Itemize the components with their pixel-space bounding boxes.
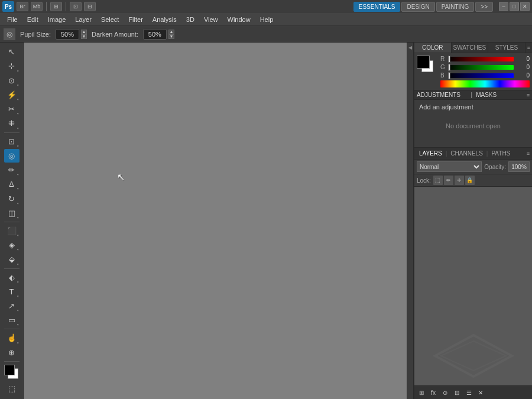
- darken-amount-up[interactable]: ▲: [168, 30, 174, 34]
- tab-layers[interactable]: LAYERS: [417, 149, 445, 158]
- main-layout: ↖ ⊹ ▾ ⊙ ▾ ⚡ ▾ ✂ ▾ ⁜ ▾ ⊡ ▾ ◎ ✏: [0, 43, 532, 399]
- zoom-tool[interactable]: ⊕: [4, 346, 20, 359]
- pupil-size-up[interactable]: ▲: [81, 30, 87, 34]
- menu-file[interactable]: File: [2, 15, 22, 24]
- toolbar-bottom: ⬚: [4, 381, 20, 397]
- selection-tool[interactable]: ⊹ ▾: [4, 59, 20, 73]
- opacity-input[interactable]: [508, 161, 530, 172]
- clone-tool[interactable]: ∆ ▾: [4, 177, 20, 191]
- brush-icon: ✏: [8, 166, 15, 174]
- add-adjustment-title: Add an adjustment: [419, 103, 527, 111]
- darken-amount-down[interactable]: ▼: [168, 34, 174, 39]
- color-panel-menu-btn[interactable]: ≡: [527, 45, 530, 51]
- red-slider[interactable]: [448, 57, 514, 61]
- move-tool[interactable]: ↖: [4, 45, 20, 59]
- healing-tool[interactable]: ⊡ ▾: [4, 134, 20, 148]
- fg-bg-colors: [4, 365, 20, 378]
- menu-view[interactable]: View: [199, 15, 223, 24]
- green-slider[interactable]: [448, 65, 514, 70]
- brush-tool[interactable]: ✏ ▾: [4, 163, 20, 177]
- lasso-icon: ⊙: [8, 76, 15, 85]
- layers-content: [414, 187, 532, 385]
- menu-image[interactable]: Image: [43, 15, 71, 24]
- mini-bridge-button[interactable]: Mb: [31, 2, 43, 11]
- foreground-color-toolbar[interactable]: [4, 365, 15, 375]
- tab-swatches[interactable]: SWATCHES: [452, 43, 489, 53]
- tab-color[interactable]: COLOR: [414, 43, 452, 53]
- workspace-tab-more[interactable]: >>: [475, 2, 493, 12]
- menu-analysis[interactable]: Analysis: [148, 15, 181, 24]
- menu-layer[interactable]: Layer: [70, 15, 96, 24]
- tab-channels[interactable]: CHANNELS: [448, 149, 485, 158]
- title-separator: [46, 2, 47, 11]
- redeye-tool[interactable]: ◎: [4, 149, 20, 163]
- layer-group-btn[interactable]: ☰: [464, 388, 473, 397]
- view-button[interactable]: ⊡: [70, 2, 82, 11]
- menu-edit[interactable]: Edit: [22, 15, 43, 24]
- workspace-tab-essentials[interactable]: ESSENTIALS: [353, 2, 401, 12]
- masks-tab[interactable]: MASKS: [476, 92, 527, 98]
- workspace-tab-design[interactable]: DESIGN: [401, 2, 434, 12]
- close-button[interactable]: ✕: [520, 2, 530, 11]
- quick-mask-toggle[interactable]: ⬚: [4, 381, 20, 397]
- canvas-area[interactable]: ↖: [24, 43, 407, 399]
- foreground-color-swatch[interactable]: [417, 56, 430, 69]
- layers-watermark: [414, 332, 532, 379]
- adjustments-tab[interactable]: ADJUSTMENTS: [417, 92, 468, 98]
- eyedropper-tool[interactable]: ⁜ ▾: [4, 116, 20, 130]
- type-tool[interactable]: T ▾: [4, 285, 20, 299]
- gradient-tool[interactable]: ⬛ ▾: [4, 224, 20, 238]
- pupil-size-stepper[interactable]: ▲ ▼: [81, 30, 87, 39]
- eraser-tool[interactable]: ◫ ▾: [4, 206, 20, 220]
- delete-layer-btn[interactable]: ✕: [476, 388, 485, 397]
- minimize-button[interactable]: –: [499, 2, 508, 11]
- menu-window[interactable]: Window: [223, 15, 255, 24]
- tool-arrow: ▾: [17, 262, 19, 266]
- darken-amount-input[interactable]: [143, 29, 167, 40]
- layers-menu-btn[interactable]: ≡: [527, 151, 530, 157]
- arrange-button[interactable]: ⊟: [84, 2, 96, 11]
- options-bar: ◎ Pupil Size: ▲ ▼ Darken Amount: ▲ ▼: [0, 26, 532, 43]
- menu-help[interactable]: Help: [255, 15, 278, 24]
- tab-styles[interactable]: STYLES: [488, 43, 525, 53]
- panel-collapse-bar[interactable]: ◀: [407, 43, 414, 399]
- layout-button[interactable]: ⊞: [50, 2, 62, 11]
- layer-mask-btn[interactable]: ⊙: [440, 388, 450, 397]
- pupil-size-input[interactable]: [56, 29, 79, 40]
- shape-tool[interactable]: ▭ ▾: [4, 313, 20, 327]
- layer-style-btn[interactable]: fx: [429, 388, 438, 397]
- lock-image-btn[interactable]: ✏: [444, 176, 453, 185]
- lock-label: Lock:: [417, 177, 431, 184]
- blend-mode-select[interactable]: Normal Dissolve Multiply Screen Overlay: [417, 161, 482, 172]
- menu-3d[interactable]: 3D: [181, 15, 199, 24]
- blue-slider[interactable]: [448, 73, 514, 78]
- link-layers-btn[interactable]: ⊞: [417, 388, 426, 397]
- adjustment-layer-btn[interactable]: ⊟: [452, 388, 462, 397]
- color-spectrum[interactable]: [440, 80, 530, 87]
- tool-arrow: ▾: [17, 83, 19, 87]
- darken-amount-stepper[interactable]: ▲ ▼: [168, 30, 174, 39]
- blur-tool[interactable]: ◈ ▾: [4, 238, 20, 252]
- history-brush-tool[interactable]: ↻ ▾: [4, 192, 20, 205]
- tab-paths[interactable]: PATHS: [489, 149, 512, 158]
- crop-tool[interactable]: ✂ ▾: [4, 102, 20, 116]
- lock-position-btn[interactable]: ✛: [455, 176, 464, 185]
- menu-select[interactable]: Select: [96, 15, 124, 24]
- lasso-tool[interactable]: ⊙ ▾: [4, 74, 20, 87]
- path-select-icon: ↗: [8, 301, 15, 310]
- pen-tool[interactable]: ⬖ ▾: [4, 270, 20, 284]
- lock-transparent-btn[interactable]: ⬚: [433, 176, 443, 185]
- color-panel-menu: ≡: [525, 43, 532, 53]
- path-select-tool[interactable]: ↗ ▾: [4, 299, 20, 313]
- adjustments-menu-btn[interactable]: ≡: [527, 92, 530, 98]
- bridge-button[interactable]: Br: [17, 2, 28, 11]
- menu-filter[interactable]: Filter: [124, 15, 147, 24]
- lock-all-btn[interactable]: 🔒: [465, 176, 475, 185]
- quick-select-tool[interactable]: ⚡ ▾: [4, 88, 20, 102]
- maximize-button[interactable]: □: [510, 2, 519, 11]
- workspace-tab-painting[interactable]: PAINTING: [436, 2, 474, 12]
- redeye-icon: ◎: [8, 151, 15, 160]
- dodge-tool[interactable]: ⬙ ▾: [4, 252, 20, 266]
- hand-tool[interactable]: ☝ ▾: [4, 331, 20, 345]
- pupil-size-down[interactable]: ▼: [81, 34, 87, 39]
